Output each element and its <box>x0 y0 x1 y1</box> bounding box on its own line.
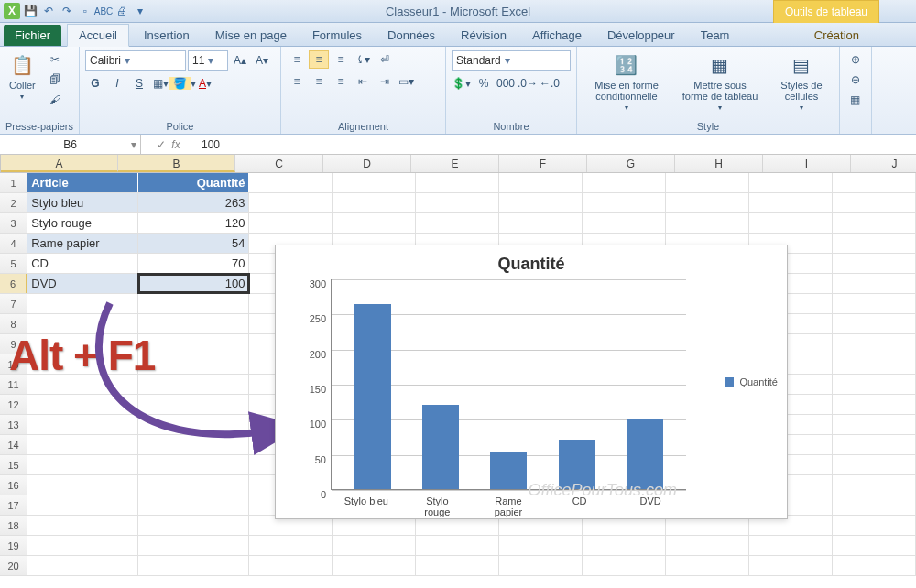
cell[interactable] <box>666 536 749 555</box>
cell[interactable] <box>333 173 416 192</box>
cell[interactable] <box>138 354 249 374</box>
cell[interactable] <box>833 495 916 515</box>
excel-app-icon[interactable]: X <box>4 3 20 19</box>
font-color-button[interactable]: A▾ <box>195 74 215 93</box>
cell[interactable] <box>666 556 749 575</box>
tab-affichage[interactable]: Affichage <box>521 25 593 46</box>
tab-accueil[interactable]: Accueil <box>67 24 129 47</box>
tab-revision[interactable]: Révision <box>450 25 518 46</box>
cell[interactable]: Rame papier <box>27 234 138 253</box>
cell[interactable] <box>27 516 138 535</box>
cell[interactable]: 70 <box>138 254 249 273</box>
increase-decimal-icon[interactable]: .0→ <box>518 74 538 93</box>
cell[interactable] <box>749 556 833 575</box>
tab-formules[interactable]: Formules <box>301 25 373 46</box>
tab-file[interactable]: Fichier <box>4 25 61 46</box>
cell[interactable] <box>138 314 249 333</box>
col-header-D[interactable]: D <box>323 155 411 172</box>
conditional-formatting-button[interactable]: 🔢 Mise en forme conditionnelle▾ <box>583 50 671 114</box>
row-header[interactable]: 14 <box>0 435 27 454</box>
col-header-H[interactable]: H <box>675 155 763 172</box>
cell[interactable] <box>138 395 249 414</box>
cell[interactable] <box>499 536 583 555</box>
row-header[interactable]: 6 <box>0 274 27 293</box>
orientation-icon[interactable]: ⤹▾ <box>353 50 373 69</box>
cell[interactable] <box>27 495 138 515</box>
border-button[interactable]: ▦▾ <box>151 74 171 93</box>
row-header[interactable]: 17 <box>0 495 27 515</box>
name-box[interactable]: B6▾ <box>0 135 141 154</box>
cell[interactable] <box>249 173 333 192</box>
undo-icon[interactable]: ↶ <box>40 3 57 19</box>
cell[interactable] <box>749 213 833 233</box>
align-right-icon[interactable]: ≡ <box>331 72 351 91</box>
cell[interactable] <box>27 455 138 474</box>
spreadsheet-grid[interactable]: 1ArticleQuantité2Stylo bleu2633Stylo rou… <box>0 173 916 588</box>
cell[interactable] <box>138 495 249 515</box>
cell[interactable] <box>833 254 916 273</box>
fill-color-button[interactable]: 🪣▾ <box>173 74 193 93</box>
row-header[interactable]: 19 <box>0 536 27 555</box>
col-header-A[interactable]: A <box>1 155 118 172</box>
cell[interactable] <box>833 375 916 394</box>
underline-button[interactable]: S <box>129 74 149 93</box>
cell[interactable] <box>416 193 499 212</box>
currency-icon[interactable]: 💲▾ <box>452 74 472 93</box>
row-header[interactable]: 20 <box>0 556 27 575</box>
cell[interactable]: Stylo bleu <box>27 193 138 212</box>
tab-donnees[interactable]: Données <box>376 25 446 46</box>
cell[interactable] <box>833 193 916 212</box>
cell[interactable] <box>333 556 416 575</box>
cell[interactable] <box>138 455 249 474</box>
align-left-icon[interactable]: ≡ <box>287 72 307 91</box>
print-preview-icon[interactable]: 🖨 <box>114 3 130 19</box>
wrap-text-icon[interactable]: ⏎ <box>375 50 395 69</box>
cell[interactable] <box>833 556 916 575</box>
row-header[interactable]: 7 <box>0 294 27 313</box>
col-header-F[interactable]: F <box>499 155 587 172</box>
cell[interactable] <box>416 213 499 233</box>
col-header-J[interactable]: J <box>851 155 916 172</box>
tab-developpeur[interactable]: Développeur <box>596 25 686 46</box>
cell[interactable] <box>666 173 749 192</box>
cell[interactable] <box>27 435 138 454</box>
redo-icon[interactable]: ↷ <box>59 3 75 19</box>
tab-creation[interactable]: Création <box>803 25 870 46</box>
cell[interactable] <box>249 213 333 233</box>
cell[interactable] <box>249 556 333 575</box>
grow-font-icon[interactable]: A▴ <box>230 51 250 70</box>
col-header-C[interactable]: C <box>235 155 323 172</box>
cell[interactable] <box>138 435 249 454</box>
row-header[interactable]: 3 <box>0 213 27 233</box>
save-icon[interactable]: 💾 <box>22 3 38 19</box>
cell[interactable] <box>499 193 583 212</box>
shrink-font-icon[interactable]: A▾ <box>252 51 272 70</box>
formula-value[interactable]: 100 <box>196 138 220 151</box>
decrease-indent-icon[interactable]: ⇤ <box>353 72 373 91</box>
align-bottom-icon[interactable]: ≡ <box>331 50 351 69</box>
cell[interactable] <box>833 455 916 474</box>
row-header[interactable]: 2 <box>0 193 27 212</box>
spell-check-icon[interactable]: ABC <box>95 3 112 19</box>
cell[interactable] <box>138 536 249 555</box>
cell[interactable] <box>249 536 333 555</box>
format-painter-icon[interactable]: 🖌 <box>45 91 65 109</box>
decrease-decimal-icon[interactable]: ←.0 <box>540 74 560 93</box>
cell[interactable] <box>833 536 916 555</box>
cell[interactable] <box>27 536 138 555</box>
merge-cells-icon[interactable]: ▭▾ <box>397 72 417 91</box>
cell[interactable] <box>833 395 916 414</box>
format-cells-icon[interactable]: ▦ <box>845 91 866 109</box>
cell[interactable]: CD <box>27 254 138 273</box>
col-header-B[interactable]: B <box>118 155 235 172</box>
cell[interactable] <box>583 556 666 575</box>
tab-insertion[interactable]: Insertion <box>133 25 201 46</box>
align-top-icon[interactable]: ≡ <box>287 50 307 69</box>
cell[interactable] <box>27 294 138 313</box>
cell[interactable] <box>833 234 916 253</box>
row-header[interactable]: 18 <box>0 516 27 535</box>
cell[interactable]: 120 <box>138 213 249 233</box>
cell[interactable] <box>138 334 249 354</box>
cell[interactable] <box>833 475 916 495</box>
cell[interactable] <box>138 415 249 434</box>
